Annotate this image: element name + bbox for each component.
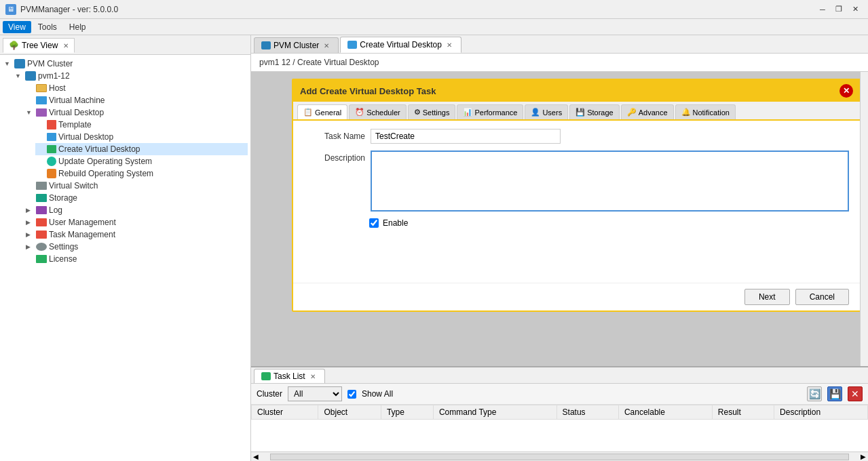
h-scrollbar[interactable]: ◀ ▶ — [251, 452, 868, 461]
task-name-label: Task Name — [304, 132, 365, 141]
tree-item-storage[interactable]: Storage — [24, 192, 248, 204]
tree-node-pvm1-12: ▼ pvm1-12 Host — [14, 70, 248, 265]
vd-parent-label: Virtual Desktop — [49, 108, 104, 117]
app-icon: 🖥 — [5, 4, 16, 15]
users-tab-icon: 👤 — [531, 108, 540, 117]
storage-label: Storage — [49, 193, 77, 203]
modal-dialog: Add Create Virtual Desktop Task ✕ 📋 Gene… — [292, 79, 861, 312]
modal-tab-scheduler[interactable]: ⏰ Scheduler — [349, 104, 407, 119]
description-label: Description — [304, 151, 365, 163]
task-list-tab-close[interactable]: ✕ — [308, 372, 318, 381]
host-icon — [36, 84, 47, 92]
vd-child-icon — [47, 133, 56, 141]
tree-item-log[interactable]: ▶ Log — [24, 204, 248, 216]
h-scroll-left[interactable]: ◀ — [251, 453, 261, 460]
tree-item-create-vd[interactable]: Create Virtual Desktop — [35, 143, 248, 155]
enable-checkbox[interactable] — [369, 218, 379, 228]
tab-create-vd[interactable]: Create Virtual Desktop ✕ — [340, 37, 461, 53]
tree-container[interactable]: ▼ PVM Cluster ▼ pvm1-12 — [0, 55, 250, 461]
maximize-button[interactable]: ❐ — [831, 3, 846, 16]
menu-tools[interactable]: Tools — [33, 21, 62, 33]
log-label: Log — [49, 205, 62, 215]
cluster-tab-close[interactable]: ✕ — [322, 41, 331, 50]
tab-cluster[interactable]: PVM Cluster ✕ — [254, 37, 339, 53]
pvm-cluster-label: PVM Cluster — [27, 59, 73, 68]
vm-label: Virtual Machine — [49, 96, 105, 105]
rebuild-os-label: Rebuild Operating System — [58, 169, 153, 178]
tree-node-virtual-desktop: ▼ Virtual Desktop Template — [24, 106, 248, 180]
modal-tab-performance[interactable]: 📊 Performance — [457, 104, 523, 119]
task-list-tab-label: Task List — [273, 372, 305, 381]
col-result: Result — [712, 405, 774, 420]
sidebar-tree-tab[interactable]: 🌳 Tree View ✕ — [3, 38, 75, 53]
modal-tab-advance[interactable]: 🔑 Advance — [621, 104, 674, 119]
menu-view[interactable]: View — [3, 21, 31, 33]
right-scrollbar[interactable] — [860, 72, 868, 366]
cancel-button[interactable]: Cancel — [795, 289, 849, 305]
tree-item-update-os[interactable]: Update Operating System — [35, 155, 248, 167]
task-list-tab-icon — [261, 372, 271, 380]
tree-item-task-mgmt[interactable]: ▶ Task Management — [24, 228, 248, 241]
task-mgmt-icon — [36, 230, 47, 239]
tree-item-virtual-desktop-child[interactable]: Virtual Desktop — [35, 131, 248, 143]
modal-tab-settings[interactable]: ⚙ Settings — [408, 104, 456, 119]
modal-tab-users[interactable]: 👤 Users — [525, 104, 568, 119]
toolbar-close-button[interactable]: ✕ — [848, 386, 863, 401]
notification-tab-label: Notification — [693, 108, 730, 117]
expand-icon: ▼ — [4, 60, 12, 67]
update-os-icon — [47, 157, 56, 166]
tree-item-license[interactable]: License — [24, 253, 248, 265]
tree-item-rebuild-os[interactable]: Rebuild Operating System — [35, 167, 248, 180]
license-label: License — [49, 254, 77, 264]
storage-tab-icon: 💾 — [575, 108, 585, 117]
tree-item-settings[interactable]: ▶ Settings — [24, 241, 248, 253]
modal-close-button[interactable]: ✕ — [839, 84, 853, 98]
main-tab-bar: PVM Cluster ✕ Create Virtual Desktop ✕ — [251, 35, 868, 54]
tree-item-template[interactable]: Template — [35, 119, 248, 131]
tree-item-virtual-switch[interactable]: Virtual Switch — [24, 180, 248, 192]
col-command-type: Command Type — [433, 405, 556, 420]
tree-item-pvm1-12[interactable]: ▼ pvm1-12 — [14, 70, 248, 82]
description-textarea[interactable] — [371, 151, 849, 212]
settings-tab-label: Settings — [423, 108, 450, 117]
create-vd-tab-label: Create Virtual Desktop — [360, 40, 442, 49]
title-bar: 🖥 PVMManager - ver: 5.0.0.0 ─ ❐ ✕ — [0, 0, 868, 19]
create-vd-tab-close[interactable]: ✕ — [445, 41, 454, 49]
modal-tab-storage[interactable]: 💾 Storage — [569, 104, 620, 119]
tree-tab-close[interactable]: ✕ — [63, 42, 69, 49]
close-button[interactable]: ✕ — [848, 3, 863, 16]
cluster-tab-icon — [261, 41, 271, 49]
modal-footer: Next Cancel — [293, 283, 860, 310]
tree-item-user-mgmt[interactable]: ▶ User Management — [24, 216, 248, 228]
vd-children: Template Virtual Desktop — [24, 119, 248, 180]
h-scroll-right[interactable]: ▶ — [858, 453, 868, 460]
log-icon — [36, 206, 47, 214]
storage-icon — [36, 194, 47, 202]
tree-item-virtual-machine[interactable]: Virtual Machine — [24, 94, 248, 106]
next-button[interactable]: Next — [744, 289, 790, 305]
menu-help[interactable]: Help — [64, 21, 92, 33]
toolbar-save-button[interactable]: 💾 — [827, 386, 842, 401]
switch-label: Virtual Switch — [49, 181, 98, 191]
tree-item-virtual-desktop-parent[interactable]: ▼ Virtual Desktop — [24, 106, 248, 119]
task-name-input[interactable] — [371, 129, 561, 144]
show-all-checkbox[interactable] — [347, 390, 356, 399]
breadcrumb: pvm1 12 / Create Virtual Desktop — [251, 54, 868, 72]
toolbar-refresh-button[interactable]: 🔄 — [807, 386, 822, 401]
modal-tab-notification[interactable]: 🔔 Notification — [675, 104, 736, 119]
update-os-label: Update Operating System — [58, 157, 152, 166]
right-panel: PVM Cluster ✕ Create Virtual Desktop ✕ p… — [251, 35, 868, 461]
col-description: Description — [774, 405, 868, 420]
tree-item-pvm-cluster[interactable]: ▼ PVM Cluster — [3, 58, 248, 70]
dialog-container: Add Create Virtual Desktop Task ✕ 📋 Gene… — [251, 72, 868, 366]
cluster-filter-select[interactable]: All — [288, 386, 342, 401]
bottom-tab-task-list[interactable]: Task List ✕ — [254, 369, 325, 383]
rebuild-os-icon — [47, 169, 56, 178]
template-icon — [47, 120, 56, 129]
modal-tab-general[interactable]: 📋 General — [297, 104, 347, 119]
col-cancelable: Cancelable — [618, 405, 712, 420]
col-object: Object — [318, 405, 381, 420]
tree-item-host[interactable]: Host — [24, 82, 248, 94]
create-vd-icon — [47, 145, 56, 153]
minimize-button[interactable]: ─ — [815, 3, 830, 16]
